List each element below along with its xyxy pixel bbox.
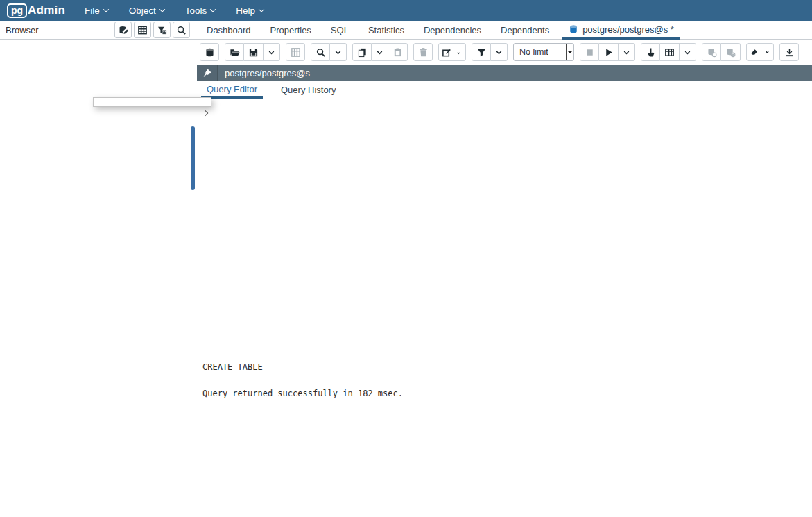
message-status: Query returned successfully in 182 msec. xyxy=(202,389,812,398)
menu-tools[interactable]: Tools xyxy=(185,6,216,16)
toolbar-chevron-down-button[interactable] xyxy=(330,43,347,61)
menu-label: Help xyxy=(236,6,255,16)
chevron-down-icon xyxy=(259,6,264,12)
main-tabstrip: DashboardPropertiesSQLStatisticsDependen… xyxy=(197,21,812,40)
menu-file[interactable]: File xyxy=(85,6,108,16)
menu-label: Tools xyxy=(185,6,207,16)
browser-panel-title: Browser xyxy=(6,25,39,35)
chevron-down-icon xyxy=(103,6,109,12)
tab-statistics[interactable]: Statistics xyxy=(362,21,411,40)
chevron-down-icon xyxy=(159,6,165,12)
browser-toolbar xyxy=(114,22,190,38)
toolbar-chevron-down-button[interactable] xyxy=(619,43,635,61)
tab-label: Statistics xyxy=(368,25,404,35)
tab-query-history[interactable]: Query History xyxy=(275,81,341,99)
connection-bar: postgres/postgres@s xyxy=(197,65,812,81)
toolbar-chevron-down-button[interactable] xyxy=(680,43,696,61)
toolbar-group xyxy=(225,43,280,61)
pgadmin-logo: pgAdmin xyxy=(7,3,65,18)
toolbar-download-button[interactable] xyxy=(779,43,799,61)
toolbar-chevron-down-button[interactable] xyxy=(491,43,508,61)
toolbar-group xyxy=(286,43,305,61)
browser-grid-button[interactable] xyxy=(134,22,151,38)
toolbar-chevron-down-button[interactable] xyxy=(372,43,388,61)
toolbar-save-button[interactable] xyxy=(244,43,264,61)
toolbar-group xyxy=(641,43,696,61)
row-limit-value: No limit xyxy=(519,47,548,57)
combo-dropdown-icon xyxy=(566,44,573,60)
tab-label: postgres/postgres@s * xyxy=(582,24,674,35)
tab-label: SQL xyxy=(331,25,349,35)
toolbar-trash-button xyxy=(413,43,433,61)
toolbar-eraser-chevron-button[interactable] xyxy=(746,43,774,61)
browser-panel-header: Browser xyxy=(0,21,196,40)
fold-arrow-icon[interactable] xyxy=(203,105,207,118)
toolbar-grid-save-button xyxy=(286,43,305,61)
tab-label: Dependencies xyxy=(424,25,481,35)
toolbar-group xyxy=(413,43,433,61)
toolbar-group xyxy=(580,43,635,61)
toolbar-db-check-button xyxy=(702,43,721,61)
browser-search-button[interactable] xyxy=(173,22,190,38)
toolbar-group xyxy=(779,43,799,61)
output-tabstrip xyxy=(197,337,812,355)
toolbar-group xyxy=(311,43,347,61)
second-row: Browser DashboardPropertiesSQLStatistics… xyxy=(0,21,812,40)
toolbar-paste-button xyxy=(388,43,408,61)
chevron-down-icon xyxy=(210,6,216,12)
toolbar-stop-button xyxy=(580,43,599,61)
toolbar-edit-chevron-button[interactable] xyxy=(438,43,466,61)
toolbar-filter-button[interactable] xyxy=(472,43,491,61)
tab-label: Dependents xyxy=(501,25,549,35)
logo-admin-text: Admin xyxy=(28,3,65,17)
toolbar-db-new-button[interactable] xyxy=(200,43,219,61)
messages-panel: CREATE TABLE Query returned successfully… xyxy=(197,356,812,517)
tab-dependencies[interactable]: Dependencies xyxy=(417,21,487,40)
toolbar-play-button[interactable] xyxy=(599,43,619,61)
tab-query-tool-active[interactable]: postgres/postgres@s * xyxy=(562,21,680,40)
toolbar-db-cross-button xyxy=(721,43,741,61)
toolbar-group xyxy=(200,43,219,61)
tab-dashboard[interactable]: Dashboard xyxy=(200,21,257,40)
menu-label: Object xyxy=(129,6,156,16)
menu-help[interactable]: Help xyxy=(236,6,264,16)
tree-scrollbar-thumb[interactable] xyxy=(191,126,195,190)
toolbar-hand-button[interactable] xyxy=(641,43,660,61)
toolbar-copy-button[interactable] xyxy=(352,43,372,61)
menubar-items: FileObjectToolsHelp xyxy=(85,6,284,16)
toolbar-group xyxy=(746,43,774,61)
menubar: pgAdmin FileObjectToolsHelp xyxy=(0,0,812,21)
tab-label: Properties xyxy=(270,25,311,35)
query-toolbar: No limit xyxy=(197,40,812,65)
toolbar-folder-open-button[interactable] xyxy=(225,43,244,61)
menu-object[interactable]: Object xyxy=(129,6,164,16)
tab-label: Dashboard xyxy=(207,25,251,35)
browser-db-edit-button[interactable] xyxy=(114,22,132,38)
row-limit-combo[interactable]: No limit xyxy=(513,43,574,61)
toolbar-search-button[interactable] xyxy=(311,43,330,61)
tab-sql[interactable]: SQL xyxy=(325,21,355,40)
database-icon xyxy=(569,24,578,34)
logo-pg-badge: pg xyxy=(7,3,27,18)
connection-string: postgres/postgres@s xyxy=(225,68,310,78)
menu-label: File xyxy=(85,6,100,16)
context-menu xyxy=(93,97,211,107)
toolbar-chevron-down-button[interactable] xyxy=(264,43,280,61)
toolbar-group xyxy=(472,43,508,61)
editor-tabstrip: Query Editor Query History xyxy=(197,81,812,99)
browser-tree xyxy=(0,40,196,517)
toolbar-group xyxy=(438,43,466,61)
tab-dependents[interactable]: Dependents xyxy=(494,21,555,40)
message-result: CREATE TABLE xyxy=(202,362,812,372)
toolbar-table-button[interactable] xyxy=(660,43,680,61)
query-editor[interactable] xyxy=(197,99,812,336)
browser-filter-table-button[interactable] xyxy=(153,22,171,38)
toolbar-group xyxy=(352,43,408,61)
connection-plug-icon xyxy=(197,65,218,81)
tab-query-editor[interactable]: Query Editor xyxy=(201,81,263,99)
tab-properties[interactable]: Properties xyxy=(264,21,318,40)
query-tool-panel: No limit postgres/postgres@s Query Edito… xyxy=(197,40,812,517)
toolbar-group xyxy=(702,43,741,61)
